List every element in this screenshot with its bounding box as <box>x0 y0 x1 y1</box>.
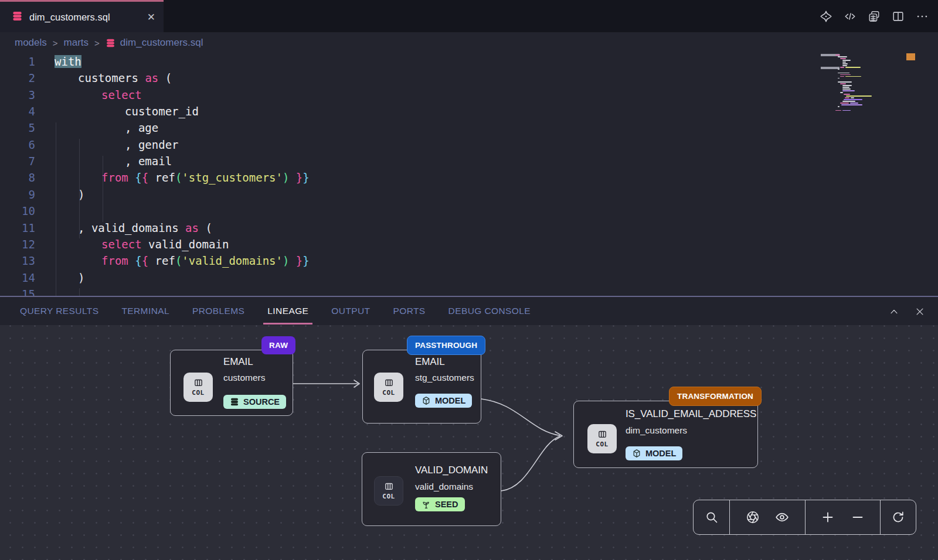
breadcrumb-segment[interactable]: marts <box>64 37 89 49</box>
minimap-line <box>841 104 862 105</box>
copy-table-icon[interactable] <box>868 10 881 23</box>
search-button[interactable] <box>705 510 719 524</box>
cube-icon <box>632 449 641 458</box>
node-subtitle: customers <box>223 373 266 383</box>
node-type-badge-model: MODEL <box>626 446 682 460</box>
panel-tab-debug-console[interactable]: DEBUG CONSOLE <box>448 297 531 325</box>
code-line[interactable]: 5, age <box>0 119 938 136</box>
refresh-button[interactable] <box>891 510 905 524</box>
node-title: EMAIL <box>223 356 253 368</box>
lineage-node-valid_domains[interactable]: COLVALID_DOMAINvalid_domainsSEED <box>362 452 501 526</box>
columns-icon <box>597 430 607 440</box>
breadcrumb: models>marts>dim_customers.sql <box>0 32 938 53</box>
code-line[interactable]: 10 <box>0 203 938 219</box>
type-badge-label: MODEL <box>435 396 465 405</box>
line-number: 7 <box>0 153 35 169</box>
code-line[interactable]: 13from {{ ref('valid_domains') }} <box>0 252 938 269</box>
plus-button[interactable] <box>821 510 835 524</box>
overview-ruler-marker <box>906 53 915 60</box>
code-line[interactable]: 15 <box>0 286 938 296</box>
more-icon[interactable] <box>916 10 929 23</box>
breadcrumb-separator: > <box>53 38 58 48</box>
code-line[interactable]: 6, gender <box>0 136 938 153</box>
code-line[interactable]: 14) <box>0 269 938 286</box>
colbox-label: COL <box>382 493 395 500</box>
column-toggle[interactable]: COL <box>183 373 213 402</box>
lineage-toolbar <box>693 500 916 535</box>
code-line[interactable]: 1with <box>0 53 938 70</box>
column-toggle[interactable]: COL <box>587 424 617 453</box>
panel-tab-problems[interactable]: PROBLEMS <box>192 297 244 325</box>
breadcrumb-segment[interactable]: models <box>15 37 47 49</box>
line-number: 14 <box>0 269 35 286</box>
panel-tab-query-results[interactable]: QUERY RESULTS <box>20 297 98 325</box>
node-type-badge-model: MODEL <box>415 394 472 408</box>
database-icon <box>12 11 23 22</box>
chevron-up-icon[interactable] <box>889 306 899 317</box>
column-toggle[interactable]: COL <box>374 476 403 506</box>
panel-tab-output[interactable]: OUTPUT <box>331 297 370 325</box>
colbox-label: COL <box>382 389 395 397</box>
code-line[interactable]: 12select valid_domain <box>0 236 938 252</box>
code-editor[interactable]: 1with2customers as (3select4customer_id5… <box>0 53 938 296</box>
panel-tab-lineage[interactable]: LINEAGE <box>267 297 308 325</box>
minus-button[interactable] <box>851 510 865 524</box>
seedling-icon <box>422 500 431 509</box>
line-number: 9 <box>0 186 35 203</box>
lineage-node-stg_customers[interactable]: PASSTHROUGHCOLEMAILstg_customersMODEL <box>362 350 481 424</box>
line-number: 8 <box>0 169 35 186</box>
code-line[interactable]: 8from {{ ref('stg_customers') }} <box>0 169 938 186</box>
minimap-line <box>838 78 840 79</box>
breadcrumb-file[interactable]: dim_customers.sql <box>106 37 203 49</box>
code-line[interactable]: 9) <box>0 186 938 203</box>
dbt-logo-icon[interactable] <box>820 10 832 23</box>
line-text: select <box>101 87 142 103</box>
line-number: 11 <box>0 220 35 236</box>
line-number: 5 <box>0 119 35 136</box>
lineage-node-dim_customers[interactable]: TRANSFORMATIONCOLIS_VALID_EMAIL_ADDRESSd… <box>573 401 758 468</box>
close-icon[interactable]: ✕ <box>147 11 155 23</box>
code-line[interactable]: 4customer_id <box>0 103 938 119</box>
node-title: IS_VALID_EMAIL_ADDRESS <box>626 408 756 420</box>
line-number: 12 <box>0 236 35 252</box>
panel-tab-terminal[interactable]: TERMINAL <box>121 297 169 325</box>
minimap-line <box>838 69 840 70</box>
node-top-badge: RAW <box>261 336 295 354</box>
database-icon <box>12 11 23 24</box>
eye-button[interactable] <box>775 510 789 524</box>
line-number: 4 <box>0 103 35 119</box>
code-line[interactable]: 11, valid_domains as ( <box>0 220 938 236</box>
code-line[interactable]: 2customers as ( <box>0 70 938 86</box>
code-icon[interactable] <box>844 10 857 23</box>
code-line[interactable]: 3select <box>0 87 938 103</box>
breadcrumb-separator: > <box>94 38 100 48</box>
colbox-label: COL <box>596 441 608 448</box>
aperture-button[interactable] <box>746 510 760 524</box>
minimap-line <box>842 62 846 63</box>
minimap-line <box>842 87 849 88</box>
toolbar-group <box>694 500 729 534</box>
node-top-badge: TRANSFORMATION <box>669 387 762 406</box>
node-subtitle: stg_customers <box>415 373 474 383</box>
minimap-line <box>842 101 855 102</box>
split-editor-icon[interactable] <box>892 10 905 23</box>
line-text: , gender <box>125 136 179 153</box>
arrowhead-icon <box>555 432 562 440</box>
tab-dim-customers[interactable]: dim_customers.sql ✕ <box>0 0 164 32</box>
line-text: customer_id <box>125 103 199 119</box>
minimap-line <box>835 110 841 111</box>
minimap-line <box>840 76 844 77</box>
line-text: select valid_domain <box>101 236 229 252</box>
column-toggle[interactable]: COL <box>374 373 403 402</box>
minimap-line <box>842 85 852 86</box>
panel-tab-bar: QUERY RESULTSTERMINALPROBLEMSLINEAGEOUTP… <box>0 296 938 325</box>
panel-tab-ports[interactable]: PORTS <box>393 297 425 325</box>
line-text: from {{ ref('stg_customers') }} <box>101 169 310 186</box>
lineage-node-customers[interactable]: RAWCOLEMAILcustomersSOURCE <box>170 350 293 416</box>
minimap[interactable] <box>835 54 901 119</box>
lineage-canvas[interactable]: RAWCOLEMAILcustomersSOURCEPASSTHROUGHCOL… <box>0 325 938 560</box>
code-line[interactable]: 7, email <box>0 153 938 169</box>
minimap-line <box>835 54 840 56</box>
line-text: , age <box>125 119 158 136</box>
close-icon[interactable] <box>915 306 925 317</box>
